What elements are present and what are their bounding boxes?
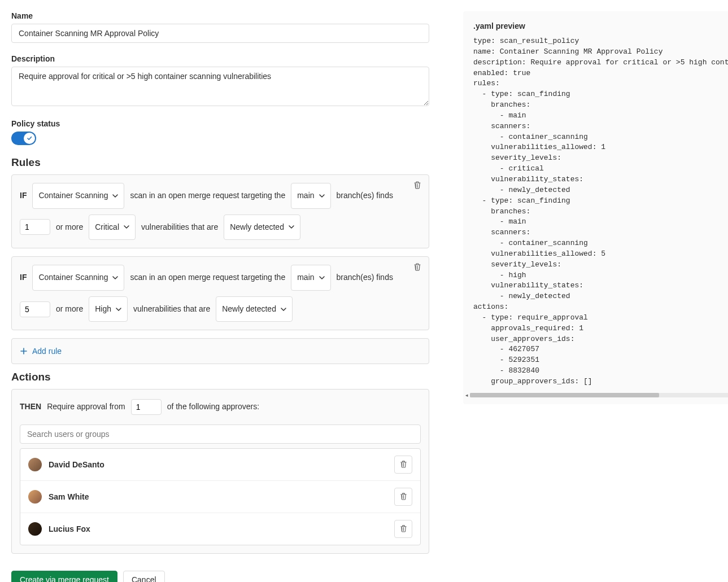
avatar — [28, 458, 42, 471]
vuln-text: vulnerabilities that are — [133, 300, 210, 319]
chevron-down-icon — [112, 193, 118, 199]
delete-rule-button[interactable] — [411, 178, 424, 192]
description-input[interactable]: Require approval for critical or >5 high… — [11, 67, 429, 106]
create-mr-button[interactable]: Create via merge request — [11, 571, 117, 582]
approver-name: David DeSanto — [49, 460, 387, 469]
add-rule-label: Add rule — [32, 347, 62, 356]
approver-list: David DeSanto Sam White Lucius Fox — [20, 448, 421, 545]
approver-name: Lucius Fox — [49, 524, 387, 533]
check-icon — [27, 135, 32, 141]
plus-icon — [20, 347, 28, 355]
chevron-down-icon — [112, 275, 118, 281]
branch-value: main — [297, 268, 314, 287]
yaml-horizontal-scrollbar[interactable]: ◂ ▸ — [470, 393, 728, 397]
approver-row: Lucius Fox — [20, 513, 420, 545]
or-more-text: or more — [56, 218, 83, 237]
trash-icon — [399, 524, 408, 533]
chevron-down-icon — [319, 275, 325, 281]
severity-value: High — [95, 300, 111, 319]
rule-box: IF Container Scanning scan in an open me… — [11, 174, 429, 248]
approver-row: David DeSanto — [20, 449, 420, 481]
scanner-value: Container Scanning — [38, 268, 108, 287]
policy-status-toggle[interactable] — [11, 132, 36, 145]
yaml-preview-panel: .yaml preview type: scan_result_policy n… — [463, 11, 728, 404]
severity-value: Critical — [95, 218, 119, 237]
branches-finds-text: branch(es) finds — [337, 268, 393, 287]
description-label: Description — [11, 54, 429, 63]
count-input[interactable] — [20, 219, 50, 235]
trash-icon — [413, 181, 422, 190]
avatar — [28, 490, 42, 504]
scroll-left-icon: ◂ — [465, 392, 468, 398]
trash-icon — [399, 460, 408, 469]
require-approval-text: Require approval from — [47, 397, 125, 417]
yaml-preview-title: .yaml preview — [463, 21, 728, 36]
trash-icon — [413, 262, 422, 272]
name-label: Name — [11, 11, 429, 20]
approver-name: Sam White — [49, 492, 387, 501]
severity-select[interactable]: Critical — [89, 215, 136, 240]
scanner-value: Container Scanning — [38, 186, 108, 205]
approver-row: Sam White — [20, 481, 420, 513]
scrollbar-thumb[interactable] — [470, 393, 659, 397]
add-rule-button[interactable]: Add rule — [11, 338, 429, 364]
scanner-select[interactable]: Container Scanning — [32, 183, 124, 209]
if-keyword: IF — [20, 268, 27, 287]
count-input[interactable] — [20, 301, 50, 317]
severity-select[interactable]: High — [89, 296, 128, 322]
chevron-down-icon — [116, 307, 121, 312]
chevron-down-icon — [289, 224, 294, 230]
remove-approver-button[interactable] — [394, 456, 412, 474]
trash-icon — [399, 492, 408, 501]
scan-text: scan in an open merge request targeting … — [130, 186, 285, 205]
branches-finds-text: branch(es) finds — [337, 186, 393, 205]
branch-select[interactable]: main — [291, 265, 330, 291]
cancel-button[interactable]: Cancel — [123, 571, 165, 582]
actions-box: THEN Require approval from of the follow… — [11, 389, 429, 554]
chevron-down-icon — [124, 224, 129, 230]
actions-heading: Actions — [11, 371, 429, 383]
state-value: Newly detected — [230, 218, 284, 237]
avatar — [28, 522, 42, 536]
rule-box: IF Container Scanning scan in an open me… — [11, 256, 429, 330]
yaml-preview-code: type: scan_result_policy name: Container… — [463, 36, 728, 391]
or-more-text: or more — [56, 300, 83, 319]
scan-text: scan in an open merge request targeting … — [130, 268, 285, 287]
delete-rule-button[interactable] — [411, 260, 424, 274]
vuln-text: vulnerabilities that are — [141, 218, 218, 237]
remove-approver-button[interactable] — [394, 488, 412, 506]
then-keyword: THEN — [20, 397, 41, 417]
name-input[interactable] — [11, 24, 429, 43]
approvals-required-input[interactable] — [131, 399, 162, 415]
remove-approver-button[interactable] — [394, 520, 412, 538]
state-select[interactable]: Newly detected — [216, 296, 293, 322]
rules-heading: Rules — [11, 156, 429, 169]
chevron-down-icon — [319, 193, 325, 199]
if-keyword: IF — [20, 186, 27, 205]
approver-search-input[interactable] — [20, 425, 421, 444]
branch-value: main — [297, 186, 314, 205]
branch-select[interactable]: main — [291, 183, 330, 209]
chevron-down-icon — [281, 307, 286, 312]
of-following-text: of the following approvers: — [167, 397, 259, 417]
policy-status-label: Policy status — [11, 119, 429, 128]
scanner-select[interactable]: Container Scanning — [32, 265, 124, 291]
state-select[interactable]: Newly detected — [224, 215, 300, 240]
state-value: Newly detected — [222, 300, 276, 319]
